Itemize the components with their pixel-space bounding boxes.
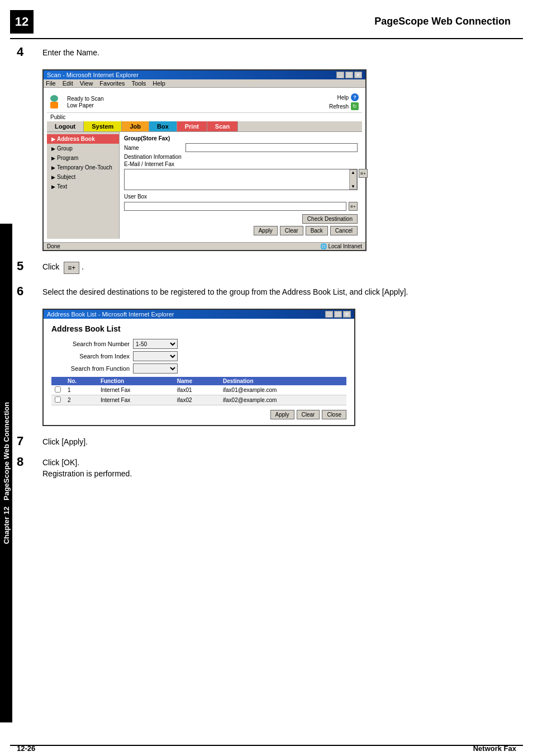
menu-favorites[interactable]: Favorites bbox=[99, 80, 125, 87]
step-5-number: 5 bbox=[17, 259, 38, 273]
status-area: Ready to Scan Low Paper bbox=[50, 95, 104, 108]
help-icon[interactable]: ? bbox=[351, 93, 359, 101]
step-7: 7 Click [Apply]. bbox=[17, 434, 516, 448]
cancel-button[interactable]: Cancel bbox=[330, 226, 358, 235]
step-8: 8 Click [OK]. Registration is performed. bbox=[17, 455, 516, 478]
browser-1-statusbar: Done 🌐 Local Intranet bbox=[44, 242, 365, 250]
email-scrollbar[interactable]: ▲ ▼ bbox=[349, 169, 357, 190]
apply-button[interactable]: Apply bbox=[254, 226, 278, 235]
sidebar-address-book[interactable]: ▶Address Book bbox=[47, 134, 119, 144]
row2-no: 2 bbox=[64, 395, 97, 405]
row2-destination: ifax02@example.com bbox=[220, 395, 346, 405]
addr-clear-button[interactable]: Clear bbox=[297, 410, 320, 419]
search-number-row: Search from Number 1-50 bbox=[51, 339, 346, 349]
addr-titlebar: Address Book List - Microsoft Internet E… bbox=[44, 310, 354, 319]
sidebar-text[interactable]: ▶Text bbox=[47, 182, 119, 191]
addr-maximize-button[interactable]: □ bbox=[334, 311, 342, 318]
search-function-select[interactable] bbox=[133, 363, 178, 374]
sidebar-subject[interactable]: ▶Subject bbox=[47, 172, 119, 182]
user-box-icon-btn[interactable]: ≡+ bbox=[349, 202, 358, 211]
addr-minimize-button[interactable]: _ bbox=[325, 311, 333, 318]
addr-close-button[interactable]: ✕ bbox=[343, 311, 351, 318]
click-icon-btn[interactable]: ≡+ bbox=[64, 262, 79, 274]
browser-1-titlebar: Scan - Microsoft Internet Explorer _ □ ✕ bbox=[44, 70, 365, 79]
statusbar-done: Done bbox=[47, 243, 60, 249]
browser-1-controls[interactable]: _ □ ✕ bbox=[336, 72, 362, 78]
paper-status: Low Paper bbox=[50, 102, 104, 108]
sidebar-program[interactable]: ▶Program bbox=[47, 153, 119, 163]
table-row: 2 Internet Fax ifax02 ifax02@example.com bbox=[51, 395, 346, 405]
form-actions: Apply Clear Back Cancel bbox=[124, 226, 358, 235]
tab-box[interactable]: Box bbox=[149, 121, 177, 131]
help-label: Help bbox=[337, 94, 349, 101]
step-6-text: Select the desired destinations to be re… bbox=[42, 284, 408, 298]
close-button[interactable]: ✕ bbox=[354, 72, 362, 78]
row1-function: Internet Fax bbox=[97, 385, 174, 395]
app-sidebar: ▶Address Book ▶Group ▶Program ▶Temporary… bbox=[47, 132, 120, 239]
menu-file[interactable]: File bbox=[46, 80, 56, 87]
row1-check-cell[interactable] bbox=[51, 385, 64, 395]
check-destination-button[interactable]: Check Destination bbox=[302, 214, 358, 224]
tab-logout[interactable]: Logout bbox=[47, 121, 84, 131]
row2-checkbox[interactable] bbox=[55, 396, 61, 403]
user-box-row: ≡+ bbox=[124, 202, 358, 211]
name-label: Name bbox=[124, 145, 185, 151]
addr-close-button[interactable]: Close bbox=[322, 410, 346, 419]
browser-1-menubar[interactable]: File Edit View Favorites Tools Help bbox=[44, 79, 365, 88]
addr-apply-button[interactable]: Apply bbox=[270, 410, 294, 419]
address-book-window: Address Book List - Microsoft Internet E… bbox=[42, 309, 355, 426]
col-check bbox=[51, 377, 64, 385]
refresh-label: Refresh bbox=[329, 103, 349, 110]
main-content: 4 Enter the Name. Scan - Microsoft Inter… bbox=[17, 45, 516, 734]
menu-tools[interactable]: Tools bbox=[132, 80, 146, 87]
user-box-input[interactable] bbox=[124, 202, 346, 211]
menu-view[interactable]: View bbox=[80, 80, 93, 87]
refresh-row[interactable]: Refresh ↻ bbox=[329, 102, 359, 110]
email-textarea-container: ▲ ▼ ≡+ bbox=[124, 169, 358, 190]
tab-print[interactable]: Print bbox=[177, 121, 207, 131]
refresh-icon[interactable]: ↻ bbox=[351, 102, 359, 110]
search-index-row: Search from Index bbox=[51, 351, 346, 361]
col-function: Function bbox=[97, 377, 174, 385]
sidebar-temporary-one-touch[interactable]: ▶Temporary One-Touch bbox=[47, 163, 119, 172]
minimize-button[interactable]: _ bbox=[336, 72, 344, 78]
step-6-number: 6 bbox=[17, 284, 38, 299]
back-button[interactable]: Back bbox=[306, 226, 328, 235]
statusbar-zone: 🌐 Local Intranet bbox=[320, 243, 362, 249]
sidebar-group[interactable]: ▶Group bbox=[47, 144, 119, 153]
clear-button[interactable]: Clear bbox=[280, 226, 303, 235]
addr-actions: Apply Clear Close bbox=[51, 410, 346, 419]
browser-window-1: Scan - Microsoft Internet Explorer _ □ ✕… bbox=[42, 69, 367, 251]
name-input[interactable] bbox=[185, 143, 358, 152]
row2-check-cell[interactable] bbox=[51, 395, 64, 405]
search-function-row: Search from Function bbox=[51, 363, 346, 374]
address-table: No. Function Name Destination 1 Internet… bbox=[51, 377, 346, 405]
addr-controls[interactable]: _ □ ✕ bbox=[325, 311, 351, 318]
browser-1-title: Scan - Microsoft Internet Explorer bbox=[47, 72, 139, 78]
tab-system[interactable]: System bbox=[84, 121, 122, 131]
help-row[interactable]: Help ? bbox=[337, 93, 359, 101]
col-name: Name bbox=[174, 377, 220, 385]
row1-checkbox[interactable] bbox=[55, 386, 61, 393]
maximize-button[interactable]: □ bbox=[345, 72, 353, 78]
ready-status: Ready to Scan bbox=[50, 95, 104, 102]
step-5-text: Click ≡+ . bbox=[42, 259, 84, 273]
step-8-text: Click [OK]. bbox=[42, 455, 79, 469]
side-label: Chapter 12 PageScope Web Connection bbox=[0, 224, 12, 722]
tab-job[interactable]: Job bbox=[122, 121, 149, 131]
tab-scan[interactable]: Scan bbox=[207, 121, 238, 131]
row1-name: ifax01 bbox=[174, 385, 220, 395]
menu-help[interactable]: Help bbox=[153, 80, 165, 87]
group-store-fax-label: Group(Store Fax) bbox=[124, 135, 358, 141]
bottom-right-label: Network Fax bbox=[473, 744, 516, 753]
search-number-select[interactable]: 1-50 bbox=[133, 339, 178, 349]
header-divider bbox=[10, 38, 523, 39]
email-add-icon[interactable]: ≡+ bbox=[359, 169, 368, 178]
menu-edit[interactable]: Edit bbox=[63, 80, 73, 87]
nav-tabs[interactable]: Logout System Job Box Print Scan bbox=[47, 121, 362, 132]
step-8-number: 8 bbox=[17, 455, 38, 469]
search-index-select[interactable] bbox=[133, 351, 178, 361]
email-textarea[interactable]: ▲ ▼ bbox=[124, 169, 358, 190]
step-8-main: 8 Click [OK]. bbox=[17, 455, 79, 469]
step-4: 4 Enter the Name. bbox=[17, 45, 516, 59]
